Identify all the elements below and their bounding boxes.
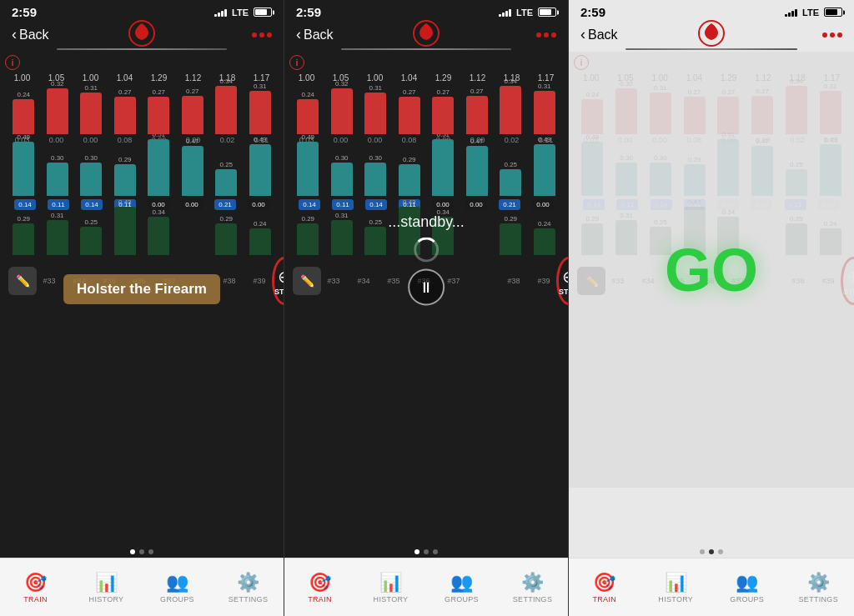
back-button[interactable]: ‹ Back [296,26,334,43]
go-overlay: GO [569,52,854,488]
red-bar-val-7: 0.31 [538,83,551,90]
tab-label-history: HISTORY [374,595,409,603]
green-bar-7 [534,228,555,255]
tab-history[interactable]: 📊 HISTORY [355,558,426,616]
page-dot-2[interactable] [433,549,438,554]
dot-1 [536,33,541,38]
dot-2 [544,33,549,38]
page-dot-2[interactable] [718,549,723,554]
red-bar-7 [534,91,555,134]
edit-icon: ✏️ [16,274,30,288]
blue-values-row: 0.140.110.140.110.000.000.210.00 [289,196,563,213]
shot-num-0: #33 [321,277,346,285]
green-bar-3 [114,207,136,255]
signal-bars [499,8,511,17]
page-dots [284,546,568,558]
red-bar-wrapper-1: 0.32 [329,80,354,134]
red-bar-wrapper-5: 0.27 [180,88,205,134]
stop-button[interactable]: ⊕ STOP [272,257,284,305]
mid-number-6: 0.02 [500,136,525,144]
teal-bars-row: 0.490.300.300.290.510.470.250.49 [289,146,563,196]
red-bar-wrapper-7: 0.31 [248,83,273,134]
green-bar-4 [432,217,454,255]
edit-button[interactable]: ✏️ [8,267,37,295]
blue-val-7: 0.00 [248,199,269,210]
teal-bar-wrapper-3: 0.29 [397,156,422,196]
logo-icon [128,20,155,47]
teal-bar-6 [500,169,521,196]
dot-2 [830,33,835,38]
teal-bar-2 [80,163,102,196]
tab-groups[interactable]: 👥 GROUPS [142,558,213,616]
tab-train[interactable]: 🎯 TRAIN [0,558,71,616]
shot-num-6: #38 [217,277,242,285]
teal-bar-3 [114,164,136,196]
lte-label: LTE [232,8,249,18]
teal-bar-1 [331,163,353,196]
tab-settings[interactable]: ⚙️ SETTINGS [213,558,284,616]
tab-train[interactable]: 🎯 TRAIN [569,558,640,616]
green-bar-wrapper-2: 0.25 [78,218,103,255]
teal-bar-wrapper-4: 0.51 [146,131,171,196]
edit-button[interactable]: ✏️ [293,267,321,295]
info-icon[interactable]: i [5,55,20,70]
shot-num-3: #36 [127,277,152,285]
signal-bar-3 [505,11,508,17]
history-icon: 📊 [379,572,402,593]
green-bar-0 [13,223,34,255]
top-number-7: 1.17 [534,73,559,83]
tab-groups[interactable]: 👥 GROUPS [711,558,783,616]
mid-number-2: 0.00 [363,136,388,144]
teal-bar-6 [215,169,237,196]
page-dot-1[interactable] [424,549,429,554]
red-bar-7 [249,91,271,134]
red-bar-val-6: 0.34 [219,78,233,85]
tab-settings[interactable]: ⚙️ SETTINGS [497,558,568,616]
page-dot-0[interactable] [700,549,705,554]
tab-bar: 🎯 TRAIN 📊 HISTORY 👥 GROUPS ⚙️ SETTINGS [0,558,284,616]
page-dot-1[interactable] [139,549,144,554]
logo-center [698,20,725,50]
green-bar-val-0: 0.29 [17,215,30,223]
shot-num-0: #33 [37,277,62,285]
teal-bar-0 [297,142,319,196]
mid-numbers-row: 0.030.000.000.080.000.000.020.11 [289,134,563,146]
dot-3 [551,33,556,38]
red-bar-wrapper-3: 0.27 [113,88,138,134]
red-bar-0 [297,99,319,134]
page-dots [0,546,284,558]
green-bar-wrapper-3: 0.43 [113,198,138,255]
red-bar-2 [364,93,386,134]
page-dot-0[interactable] [130,549,135,554]
top-number-5: 1.12 [465,73,490,83]
tab-train[interactable]: 🎯 TRAIN [284,558,355,616]
green-bar-2 [364,227,386,255]
red-bar-val-2: 0.31 [369,84,382,92]
page-dot-2[interactable] [148,549,153,554]
teal-bar-4 [148,139,169,196]
tab-settings[interactable]: ⚙️ SETTINGS [783,558,855,616]
red-bar-val-1: 0.32 [335,80,349,88]
teal-bar-val-3: 0.29 [118,156,132,163]
tab-groups[interactable]: 👥 GROUPS [426,558,497,616]
back-button[interactable]: ‹ Back [12,26,49,43]
top-number-4: 1.29 [147,73,172,83]
teal-bars-row: 0.490.300.300.290.510.470.250.49 [5,146,279,196]
mid-number-1: 0.00 [329,136,354,144]
info-icon[interactable]: i [289,55,304,70]
page-dot-1[interactable] [709,549,714,554]
tab-label-groups: GROUPS [160,595,194,603]
teal-bar-wrapper-4: 0.51 [430,131,455,196]
tab-history[interactable]: 📊 HISTORY [71,558,142,616]
blue-val-6: 0.21 [214,199,236,210]
green-bar-2 [80,227,102,255]
stop-button[interactable]: ⊕ STOP [556,257,568,305]
nav-bar: ‹ Back [569,23,854,48]
green-bar-val-7: 0.24 [538,220,551,228]
settings-icon: ⚙️ [807,572,830,593]
green-bar-wrapper-3: 0.43 [397,198,422,255]
teal-bar-wrapper-6: 0.25 [498,161,523,196]
back-button[interactable]: ‹ Back [580,26,618,43]
page-dot-0[interactable] [414,549,419,554]
tab-history[interactable]: 📊 HISTORY [640,558,712,616]
